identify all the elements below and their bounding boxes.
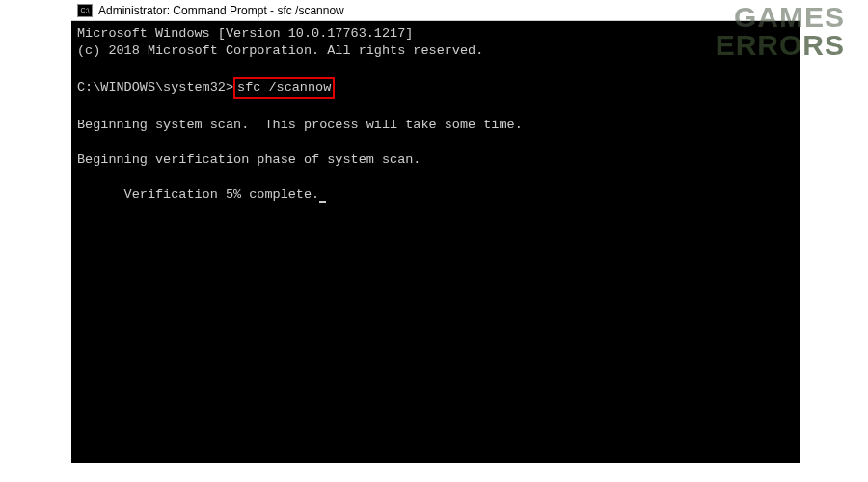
progress-text: Verification 5% complete. bbox=[124, 187, 320, 201]
window-title: Administrator: Command Prompt - sfc /sca… bbox=[98, 4, 344, 17]
cursor bbox=[319, 201, 326, 203]
copyright-line: (c) 2018 Microsoft Corporation. All righ… bbox=[77, 42, 795, 60]
prompt-line: C:\WINDOWS\system32> sfc /scannow bbox=[77, 77, 795, 98]
command-highlighted: sfc /scannow bbox=[233, 77, 335, 98]
terminal-output[interactable]: Microsoft Windows [Version 10.0.17763.12… bbox=[71, 21, 800, 463]
window-titlebar[interactable]: C:\ Administrator: Command Prompt - sfc … bbox=[71, 0, 800, 21]
prompt-path: C:\WINDOWS\system32> bbox=[77, 79, 233, 96]
verify-progress-line: Verification 5% complete. bbox=[77, 169, 795, 222]
blank-line bbox=[77, 60, 795, 77]
blank-line bbox=[77, 134, 795, 151]
blank-line bbox=[77, 99, 795, 117]
scan-begin-line: Beginning system scan. This process will… bbox=[77, 117, 795, 134]
verify-phase-line: Beginning verification phase of system s… bbox=[77, 151, 795, 169]
command-prompt-icon: C:\ bbox=[77, 4, 93, 17]
command-prompt-window: C:\ Administrator: Command Prompt - sfc … bbox=[71, 0, 800, 463]
version-line: Microsoft Windows [Version 10.0.17763.12… bbox=[77, 25, 795, 42]
